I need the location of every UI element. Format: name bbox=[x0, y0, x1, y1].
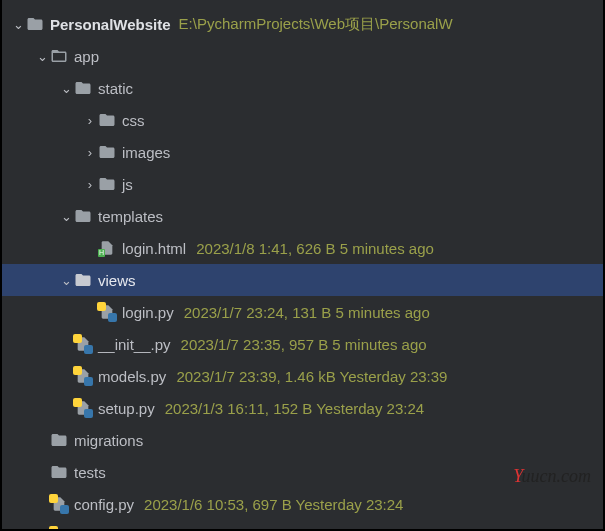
tree-row-app[interactable]: ⌄ app bbox=[2, 40, 603, 72]
python-file-icon bbox=[74, 399, 92, 417]
tree-row-views[interactable]: ⌄ views bbox=[2, 264, 603, 296]
chevron-right-icon[interactable]: › bbox=[82, 113, 98, 128]
file-meta: 2023/1/3 16:11, 152 B Yesterday 23:24 bbox=[165, 400, 424, 417]
folder-icon bbox=[50, 463, 68, 481]
tree-row-setup-py[interactable]: › setup.py 2023/1/3 16:11, 152 B Yesterd… bbox=[2, 392, 603, 424]
file-meta: 2023/1/7 23:35, 957 B 5 minutes ago bbox=[181, 336, 427, 353]
python-file-icon bbox=[98, 303, 116, 321]
tree-row-images[interactable]: › images bbox=[2, 136, 603, 168]
python-file-icon bbox=[74, 335, 92, 353]
tree-row-manager-py[interactable]: › manager.py 2023/1/7 23:24, 126 B 5 min… bbox=[2, 520, 603, 531]
python-file-icon bbox=[74, 367, 92, 385]
tree-row-init-py[interactable]: › __init__.py 2023/1/7 23:35, 957 B 5 mi… bbox=[2, 328, 603, 360]
file-meta: 2023/1/7 23:24, 126 B 5 minutes ago bbox=[162, 528, 408, 532]
tree-label: app bbox=[74, 48, 99, 65]
tree-label: templates bbox=[98, 208, 163, 225]
tree-row-static[interactable]: ⌄ static bbox=[2, 72, 603, 104]
tree-label: views bbox=[98, 272, 136, 289]
tree-label: js bbox=[122, 176, 133, 193]
tree-label: migrations bbox=[74, 432, 143, 449]
tree-path: E:\PycharmProjects\Web项目\PersonalW bbox=[179, 15, 453, 34]
chevron-down-icon[interactable]: ⌄ bbox=[58, 81, 74, 96]
tree-label: static bbox=[98, 80, 133, 97]
tree-label: css bbox=[122, 112, 145, 129]
chevron-down-icon[interactable]: ⌄ bbox=[58, 273, 74, 288]
tree-label: manager.py bbox=[74, 528, 152, 532]
tree-row-css[interactable]: › css bbox=[2, 104, 603, 136]
python-file-icon bbox=[50, 495, 68, 513]
folder-icon bbox=[26, 15, 44, 33]
folder-icon bbox=[98, 175, 116, 193]
file-meta: 2023/1/7 23:39, 1.46 kB Yesterday 23:39 bbox=[176, 368, 447, 385]
folder-icon bbox=[98, 143, 116, 161]
folder-icon bbox=[74, 207, 92, 225]
tree-label: PersonalWebsite bbox=[50, 16, 171, 33]
file-meta: 2023/1/6 10:53, 697 B Yesterday 23:24 bbox=[144, 496, 403, 513]
tree-row-templates[interactable]: ⌄ templates bbox=[2, 200, 603, 232]
file-meta: 2023/1/7 23:24, 131 B 5 minutes ago bbox=[184, 304, 430, 321]
tree-label: setup.py bbox=[98, 400, 155, 417]
html-file-icon: H bbox=[98, 239, 116, 257]
tree-label: config.py bbox=[74, 496, 134, 513]
chevron-down-icon[interactable]: ⌄ bbox=[34, 49, 50, 64]
project-tree[interactable]: ⌄ PersonalWebsite E:\PycharmProjects\Web… bbox=[2, 0, 603, 531]
folder-icon bbox=[74, 79, 92, 97]
folder-icon bbox=[50, 431, 68, 449]
chevron-right-icon[interactable]: › bbox=[82, 177, 98, 192]
tree-row-login-py[interactable]: › login.py 2023/1/7 23:24, 131 B 5 minut… bbox=[2, 296, 603, 328]
tree-label: __init__.py bbox=[98, 336, 171, 353]
folder-icon bbox=[74, 271, 92, 289]
chevron-down-icon[interactable]: ⌄ bbox=[58, 209, 74, 224]
tree-label: models.py bbox=[98, 368, 166, 385]
tree-row-config-py[interactable]: › config.py 2023/1/6 10:53, 697 B Yester… bbox=[2, 488, 603, 520]
folder-icon bbox=[98, 111, 116, 129]
tree-label: login.html bbox=[122, 240, 186, 257]
tree-row-js[interactable]: › js bbox=[2, 168, 603, 200]
chevron-right-icon[interactable]: › bbox=[82, 145, 98, 160]
tree-row-migrations[interactable]: › migrations bbox=[2, 424, 603, 456]
python-file-icon bbox=[50, 527, 68, 531]
chevron-down-icon[interactable]: ⌄ bbox=[10, 17, 26, 32]
file-meta: 2023/1/8 1:41, 626 B 5 minutes ago bbox=[196, 240, 434, 257]
tree-label: tests bbox=[74, 464, 106, 481]
tree-row-login-html[interactable]: › H login.html 2023/1/8 1:41, 626 B 5 mi… bbox=[2, 232, 603, 264]
tree-label: images bbox=[122, 144, 170, 161]
tree-label: login.py bbox=[122, 304, 174, 321]
tree-row-models-py[interactable]: › models.py 2023/1/7 23:39, 1.46 kB Yest… bbox=[2, 360, 603, 392]
folder-open-icon bbox=[50, 47, 68, 65]
tree-row-tests[interactable]: › tests bbox=[2, 456, 603, 488]
tree-row-root[interactable]: ⌄ PersonalWebsite E:\PycharmProjects\Web… bbox=[2, 8, 603, 40]
